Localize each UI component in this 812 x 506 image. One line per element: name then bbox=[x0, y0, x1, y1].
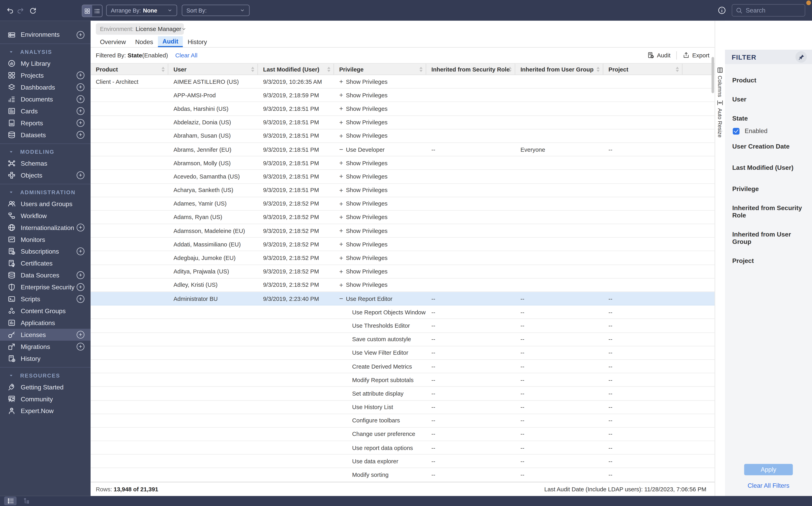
sidebar-item-datasets[interactable]: Datasets + bbox=[0, 129, 91, 141]
expand-toggle-icon[interactable]: + bbox=[339, 227, 346, 235]
sidebar-item-monitors[interactable]: Monitors + bbox=[0, 234, 91, 245]
clear-all-filters-link[interactable]: Clear All Filters bbox=[748, 482, 789, 489]
environment-selector[interactable]: Environment: License Manager bbox=[96, 23, 184, 34]
sidebar-item-reports[interactable]: Reports + bbox=[0, 117, 91, 129]
sidebar-item-scripts[interactable]: Scripts + bbox=[0, 293, 91, 305]
expand-toggle-icon[interactable]: − bbox=[339, 295, 346, 303]
table-row[interactable]: Use Report Objects Window -- -- -- bbox=[91, 306, 715, 319]
add-datasets-button[interactable]: + bbox=[77, 131, 84, 139]
filter-field-product[interactable]: Product bbox=[732, 77, 805, 84]
sidebar-section-analysis[interactable]: ANALYSIS bbox=[0, 46, 91, 57]
table-row[interactable]: Acharya, Sanketh (US) 9/3/2019, 2:18:51 … bbox=[91, 183, 715, 197]
table-row[interactable]: Adamsson, Madeleine (EU) 9/3/2019, 2:18:… bbox=[91, 224, 715, 238]
expand-toggle-icon[interactable]: + bbox=[339, 267, 346, 275]
column-header-project[interactable]: Project bbox=[603, 64, 682, 75]
table-row[interactable]: Abdelaziz, Donia (US) 9/3/2019, 2:18:51 … bbox=[91, 116, 715, 129]
add-projects-button[interactable]: + bbox=[77, 72, 84, 79]
add-documents-button[interactable]: + bbox=[77, 95, 84, 103]
expand-toggle-icon[interactable]: + bbox=[339, 91, 346, 99]
tab-overview[interactable]: Overview bbox=[95, 36, 131, 47]
expand-toggle-icon[interactable]: + bbox=[339, 200, 346, 207]
table-row[interactable]: Adegbaju, Jumoke (EU) 9/3/2019, 2:18:52 … bbox=[91, 251, 715, 265]
search-input[interactable]: Search bbox=[732, 4, 805, 17]
expand-toggle-icon[interactable]: + bbox=[339, 241, 346, 248]
table-row[interactable]: Adley, Kristi (US) 9/3/2019, 2:18:52 PM … bbox=[91, 278, 715, 292]
add-cards-button[interactable]: + bbox=[77, 107, 84, 115]
sidebar-item-content-groups[interactable]: Content Groups + bbox=[0, 305, 91, 317]
table-row[interactable]: APP-AMSI-Prod 9/3/2019, 2:18:59 PM + Sho… bbox=[91, 89, 715, 102]
add-subscriptions-button[interactable]: + bbox=[77, 247, 84, 255]
sidebar-item-migrations[interactable]: Migrations + bbox=[0, 341, 91, 352]
table-row[interactable]: Change user preference -- -- -- bbox=[91, 428, 715, 441]
table-row[interactable]: Abrams, Jennifer (EU) 9/3/2019, 2:18:51 … bbox=[91, 143, 715, 156]
undo-icon[interactable] bbox=[4, 5, 15, 16]
table-row[interactable]: Aditya, Prajwala (US) 9/3/2019, 2:18:52 … bbox=[91, 265, 715, 278]
table-row[interactable]: Adams, Ryan (US) 9/3/2019, 2:18:52 PM + … bbox=[91, 211, 715, 224]
tab-nodes[interactable]: Nodes bbox=[131, 36, 158, 47]
column-header-last-modified-user[interactable]: Last Modified (User) bbox=[258, 64, 334, 75]
sidebar-item-schemas[interactable]: Schemas + bbox=[0, 158, 91, 169]
add-migrations-button[interactable]: + bbox=[77, 343, 84, 350]
expand-toggle-icon[interactable]: + bbox=[339, 105, 346, 112]
tab-audit[interactable]: Audit bbox=[158, 36, 183, 47]
table-row[interactable]: Configure toolbars -- -- -- bbox=[91, 414, 715, 428]
apply-button[interactable]: Apply bbox=[744, 464, 793, 475]
pin-icon[interactable] bbox=[796, 51, 807, 63]
column-header-privilege[interactable]: Privilege bbox=[334, 64, 426, 75]
clear-all-link[interactable]: Clear All bbox=[175, 52, 197, 58]
sidebar-item-my-library[interactable]: My Library + bbox=[0, 57, 91, 69]
sidebar-item-workflow[interactable]: Workflow + bbox=[0, 210, 91, 222]
table-row[interactable]: Adames, Yamir (US) 9/3/2019, 2:18:52 PM … bbox=[91, 197, 715, 210]
column-header-inherited-from-security-role[interactable]: Inherited from Security Role bbox=[426, 64, 515, 75]
table-row[interactable]: Use View Filter Editor -- -- -- bbox=[91, 346, 715, 360]
table-row[interactable]: Acevedo, Samantha (US) 9/3/2019, 2:18:51… bbox=[91, 170, 715, 183]
tree-view-bottom-icon[interactable] bbox=[20, 497, 33, 505]
sidebar-item-cards[interactable]: Cards + bbox=[0, 105, 91, 117]
expand-toggle-icon[interactable]: + bbox=[339, 254, 346, 262]
expand-toggle-icon[interactable]: − bbox=[339, 146, 346, 153]
state-enabled-checkbox[interactable]: Enabled bbox=[733, 127, 805, 135]
column-header-inherited-from-user-group[interactable]: Inherited from User Group bbox=[515, 64, 603, 75]
expand-toggle-icon[interactable]: + bbox=[339, 78, 346, 85]
table-row[interactable]: Use History List -- -- -- bbox=[91, 401, 715, 414]
column-header-product[interactable]: Product bbox=[91, 64, 168, 75]
filter-field-inherited-from-user-group[interactable]: Inherited from User Group bbox=[732, 231, 805, 245]
sidebar-item-data-sources[interactable]: Data Sources + bbox=[0, 269, 91, 281]
filter-field-inherited-from-security-role[interactable]: Inherited from Security Role bbox=[732, 204, 805, 219]
add-environment-button[interactable]: + bbox=[77, 31, 84, 38]
audit-button[interactable]: Audit bbox=[647, 52, 670, 59]
filter-field-user[interactable]: User bbox=[732, 96, 805, 103]
table-row[interactable]: Use Thresholds Editor -- -- -- bbox=[91, 319, 715, 333]
add-licenses-button[interactable]: + bbox=[77, 331, 84, 339]
sidebar-item-applications[interactable]: Applications + bbox=[0, 317, 91, 329]
sidebar-item-expert-now[interactable]: Expert.Now + bbox=[0, 405, 91, 417]
sidebar-item-history[interactable]: History + bbox=[0, 352, 91, 364]
expand-toggle-icon[interactable]: + bbox=[339, 132, 346, 140]
list-view-icon[interactable] bbox=[92, 5, 102, 16]
expand-toggle-icon[interactable]: + bbox=[339, 186, 346, 194]
side-tab-auto-resize[interactable]: Auto Resize bbox=[715, 97, 725, 138]
add-internationalization-button[interactable]: + bbox=[77, 224, 84, 231]
add-objects-button[interactable]: + bbox=[77, 171, 84, 179]
sidebar-item-certificates[interactable]: Certificates + bbox=[0, 257, 91, 269]
sidebar-item-subscriptions[interactable]: Subscriptions + bbox=[0, 245, 91, 257]
expand-toggle-icon[interactable]: + bbox=[339, 281, 346, 289]
table-row[interactable]: Abraham, Susan (US) 9/3/2019, 2:18:51 PM… bbox=[91, 129, 715, 143]
sidebar-item-environments[interactable]: Environments + bbox=[0, 28, 91, 41]
expand-toggle-icon[interactable]: + bbox=[339, 213, 346, 221]
table-row[interactable]: Client - Architect AIMEE ASTILLERO (US) … bbox=[91, 75, 715, 89]
sidebar-section-modeling[interactable]: MODELING bbox=[0, 146, 91, 157]
sidebar-item-community[interactable]: Community + bbox=[0, 393, 91, 405]
add-enterprise-security-button[interactable]: + bbox=[77, 283, 84, 291]
add-data-sources-button[interactable]: + bbox=[77, 271, 84, 279]
table-row[interactable]: Save custom autostyle -- -- -- bbox=[91, 333, 715, 346]
filter-field-last-modified-user[interactable]: Last Modified (User) bbox=[732, 164, 805, 171]
table-scrollbar[interactable] bbox=[712, 57, 714, 93]
table-row[interactable]: Use data explorer -- -- -- bbox=[91, 455, 715, 468]
filter-field-user-creation-date[interactable]: User Creation Date bbox=[732, 143, 805, 150]
sidebar-item-objects[interactable]: Objects + bbox=[0, 169, 91, 181]
grid-view-icon[interactable] bbox=[82, 5, 92, 16]
checkbox-checked-icon[interactable] bbox=[733, 128, 739, 135]
sidebar-item-internationalization[interactable]: Internationalization + bbox=[0, 222, 91, 234]
table-row[interactable]: Addati, Massimiliano (EU) 9/3/2019, 2:18… bbox=[91, 238, 715, 251]
